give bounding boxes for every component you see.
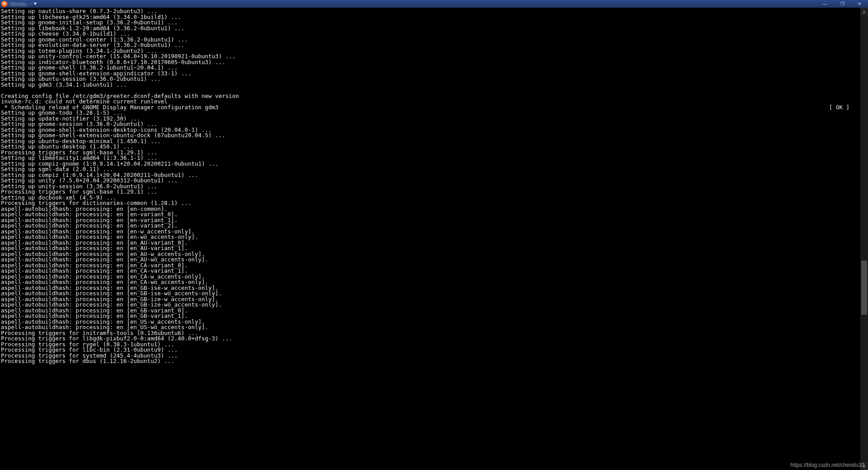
terminal-output[interactable]: Setting up nautilus-share (0.7.3-2ubuntu… xyxy=(0,8,860,470)
terminal-container: Setting up nautilus-share (0.7.3-2ubuntu… xyxy=(0,8,868,470)
maximize-button[interactable]: ❐ xyxy=(834,0,851,8)
window-title: Ubuntu ~ xyxy=(9,1,32,7)
ubuntu-icon: ⟳ xyxy=(1,1,8,7)
chevron-down-icon[interactable] xyxy=(33,3,37,5)
terminal-line: Setting up gdm3 (3.34.1-1ubuntu1) ... xyxy=(1,82,860,88)
ok-status-tag: [ OK ] xyxy=(829,105,860,111)
window-titlebar[interactable]: ⟳ Ubuntu ~ — ❐ ✕ xyxy=(0,0,868,8)
watermark-text: https://blog.csdn.net/chendu10 xyxy=(791,462,864,468)
minimize-button[interactable]: — xyxy=(816,0,834,8)
scrollbar-thumb[interactable] xyxy=(861,261,867,315)
terminal-line: Processing triggers for sgml-base (1.29.… xyxy=(1,189,860,195)
scroll-up-icon[interactable]: ▲ xyxy=(860,8,868,15)
terminal-line-ok: * Scheduling reload of GNOME Display Man… xyxy=(1,105,860,111)
terminal-line: Processing triggers for dbus (1.12.16-2u… xyxy=(1,358,860,364)
window-controls: — ❐ ✕ xyxy=(816,0,868,8)
terminal-line: Setting up compiz-gnome (1:0.9.14.1+20.0… xyxy=(1,161,860,167)
close-button[interactable]: ✕ xyxy=(851,0,868,8)
vertical-scrollbar[interactable]: ▲ ▼ xyxy=(860,8,868,470)
terminal-line: Setting up ubuntu-session (3.36.0-2ubunt… xyxy=(1,76,860,82)
